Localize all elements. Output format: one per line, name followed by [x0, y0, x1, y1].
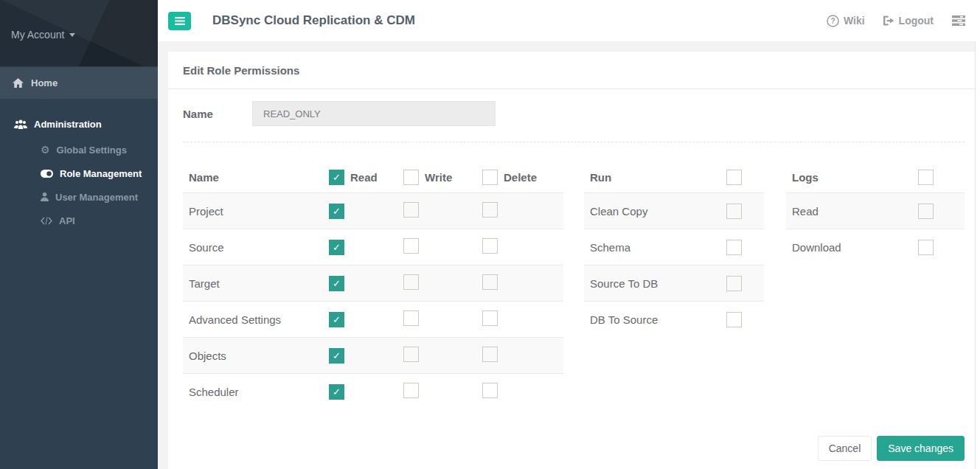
- permissions-table: Name Read Write Delete: [183, 161, 563, 409]
- table-row: Objects: [183, 337, 563, 373]
- table-row: Source To DB: [584, 265, 764, 301]
- chevron-down-icon: [69, 33, 75, 37]
- table-row: Target: [183, 265, 563, 301]
- delete-checkbox[interactable]: [482, 383, 498, 398]
- dashed-divider: [183, 142, 965, 142]
- account-panel: My Account: [0, 0, 158, 66]
- logs-checkbox[interactable]: [918, 240, 934, 255]
- topbar: DBSync Cloud Replication & CDM ? Wiki Lo…: [158, 0, 980, 41]
- user-icon: [41, 192, 49, 201]
- read-all-checkbox[interactable]: [329, 170, 344, 185]
- table-row: Download: [786, 229, 965, 265]
- menu-toggle-button[interactable]: [168, 12, 191, 30]
- edit-role-panel: Edit Role Permissions Name Name Rea: [168, 52, 975, 469]
- run-item-name: Schema: [584, 241, 726, 254]
- sidebar-item-api[interactable]: API: [0, 209, 158, 232]
- col-header-name: Name: [183, 171, 329, 184]
- sidebar-item-label: User Management: [55, 192, 138, 203]
- sidebar-item-label: Global Settings: [57, 145, 127, 156]
- account-menu[interactable]: My Account: [11, 29, 75, 41]
- read-checkbox[interactable]: [329, 276, 344, 291]
- read-checkbox[interactable]: [329, 348, 344, 364]
- table-row: Project: [183, 192, 563, 229]
- table-row: Advanced Settings: [183, 301, 563, 337]
- app-title: DBSync Cloud Replication & CDM: [212, 13, 415, 28]
- table-row: Clean Copy: [584, 192, 764, 229]
- hamburger-icon: [175, 17, 185, 25]
- logout-link[interactable]: Logout: [883, 15, 934, 27]
- delete-all-checkbox[interactable]: [482, 170, 498, 185]
- wiki-link[interactable]: ? Wiki: [827, 15, 865, 27]
- write-checkbox[interactable]: [403, 274, 419, 290]
- cancel-button[interactable]: Cancel: [818, 436, 872, 461]
- run-item-name: Source To DB: [584, 277, 726, 290]
- permission-name: Project: [183, 205, 329, 218]
- write-checkbox[interactable]: [403, 238, 419, 254]
- table-row: Schema: [584, 229, 764, 265]
- users-icon: [14, 119, 27, 129]
- table-row: Source: [183, 229, 563, 265]
- run-item-name: Clean Copy: [584, 205, 726, 218]
- logs-checkbox[interactable]: [918, 204, 934, 219]
- sidebar-item-administration[interactable]: Administration: [0, 110, 158, 138]
- delete-checkbox[interactable]: [482, 310, 498, 326]
- write-checkbox[interactable]: [403, 202, 419, 218]
- col-header-write: Write: [425, 171, 452, 184]
- run-checkbox[interactable]: [726, 240, 742, 255]
- table-row: DB To Source: [584, 301, 764, 337]
- code-icon: [41, 217, 52, 225]
- permission-name: Objects: [183, 350, 329, 362]
- write-checkbox[interactable]: [403, 383, 419, 398]
- logs-header: Logs: [786, 161, 965, 192]
- svg-text:?: ?: [830, 17, 835, 25]
- wiki-label: Wiki: [844, 15, 865, 27]
- sidebar-item-label: Role Management: [60, 168, 142, 179]
- logs-item-name: Download: [786, 241, 918, 254]
- delete-checkbox[interactable]: [482, 274, 498, 290]
- write-all-checkbox[interactable]: [403, 170, 419, 185]
- table-row: Scheduler: [183, 373, 563, 409]
- sidebar-item-role-management[interactable]: Role Management: [0, 161, 158, 185]
- permissions-header: Name Read Write Delete: [183, 161, 563, 192]
- run-all-checkbox[interactable]: [726, 170, 742, 185]
- save-changes-button[interactable]: Save changes: [877, 436, 965, 461]
- delete-checkbox[interactable]: [482, 202, 498, 218]
- run-header: Run: [584, 161, 764, 192]
- logout-label: Logout: [899, 15, 934, 27]
- tasks-icon[interactable]: [952, 15, 965, 26]
- home-icon: [13, 78, 24, 88]
- table-row: Read: [786, 192, 965, 229]
- read-checkbox[interactable]: [329, 384, 344, 400]
- run-checkbox[interactable]: [726, 204, 742, 219]
- sidebar-item-label: Home: [31, 77, 58, 88]
- run-table: Run Clean Copy Schema: [584, 161, 764, 337]
- role-name-input[interactable]: [252, 101, 496, 126]
- run-header-label: Run: [584, 171, 726, 184]
- gears-icon: ⚙: [41, 145, 50, 155]
- run-checkbox[interactable]: [726, 312, 742, 327]
- col-header-delete: Delete: [504, 171, 537, 184]
- logs-all-checkbox[interactable]: [918, 170, 934, 185]
- read-checkbox[interactable]: [329, 240, 344, 255]
- delete-checkbox[interactable]: [482, 347, 498, 362]
- run-checkbox[interactable]: [726, 276, 742, 291]
- read-checkbox[interactable]: [329, 312, 344, 327]
- sidebar-item-label: API: [59, 215, 75, 226]
- write-checkbox[interactable]: [403, 347, 419, 362]
- question-circle-icon: ?: [827, 15, 839, 27]
- sidebar-item-user-management[interactable]: User Management: [0, 185, 158, 209]
- sidebar-item-global-settings[interactable]: ⚙ Global Settings: [0, 138, 158, 161]
- write-checkbox[interactable]: [403, 310, 419, 326]
- sidebar-item-label: Administration: [34, 119, 102, 130]
- logs-item-name: Read: [786, 205, 918, 218]
- col-header-read: Read: [350, 171, 378, 184]
- permission-name: Source: [183, 241, 329, 254]
- logs-header-label: Logs: [786, 171, 918, 184]
- read-checkbox[interactable]: [329, 204, 344, 219]
- run-item-name: DB To Source: [584, 313, 726, 326]
- toggle-icon: [41, 170, 53, 178]
- panel-title: Edit Role Permissions: [168, 52, 975, 89]
- scrollbar[interactable]: [975, 41, 980, 469]
- delete-checkbox[interactable]: [482, 238, 498, 254]
- sidebar-item-home[interactable]: Home: [0, 66, 158, 100]
